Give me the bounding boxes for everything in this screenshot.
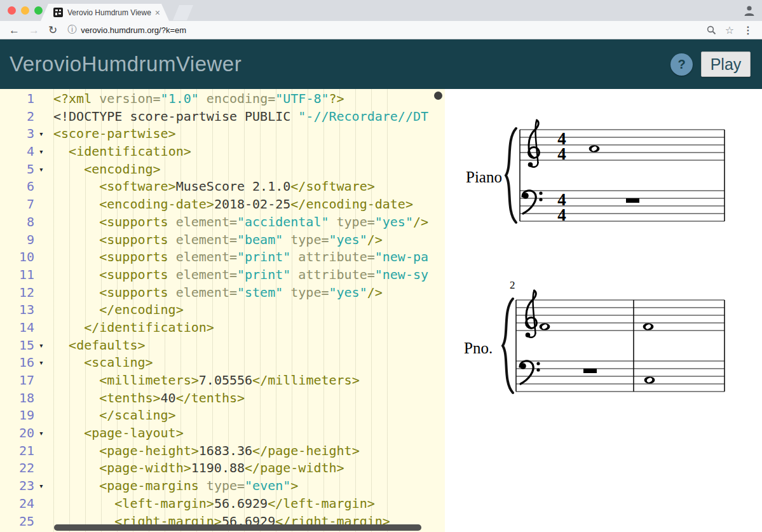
code-editor[interactable]: 1<?xml version="1.0" encoding="UTF-8"?>2… xyxy=(0,89,445,532)
line-number: 3 xyxy=(0,125,37,143)
fold-arrow-icon[interactable]: ▾ xyxy=(37,425,48,442)
bookmark-star-icon[interactable]: ☆ xyxy=(725,24,734,36)
code-line[interactable]: 1<?xml version="1.0" encoding="UTF-8"?> xyxy=(0,90,445,108)
barlines xyxy=(516,300,725,392)
line-number: 12 xyxy=(0,284,37,302)
code-text: <software>MuseScore 2.1.0</software> xyxy=(48,178,375,196)
code-line[interactable]: 9 <supports element="beam" type="yes"/> xyxy=(0,231,445,249)
time-signature-bottom: 4 xyxy=(557,205,566,224)
code-text: <tenths>40</tenths> xyxy=(48,390,245,407)
reload-button[interactable]: ↻ xyxy=(48,25,57,36)
whole-note[interactable] xyxy=(540,323,550,330)
code-line[interactable]: 19 </scaling> xyxy=(0,407,445,425)
line-number: 4 xyxy=(0,143,37,161)
code-text: <supports element="print" attribute="new… xyxy=(48,249,428,266)
code-text: <defaults> xyxy=(48,337,146,355)
code-line[interactable]: 2<!DOCTYPE score-partwise PUBLIC "-//Rec… xyxy=(0,108,445,126)
code-line[interactable]: 24 <left-margin>56.6929</left-margin> xyxy=(0,495,445,513)
code-line[interactable]: 6 <software>MuseScore 2.1.0</software> xyxy=(0,178,445,196)
browser-tabstrip: Verovio Humdrum Viewer × xyxy=(0,0,762,21)
browser-tab[interactable]: Verovio Humdrum Viewer × xyxy=(41,4,169,21)
code-text: <left-margin>56.6929</left-margin> xyxy=(48,495,375,513)
code-line[interactable]: 20▾ <page-layout> xyxy=(0,425,445,442)
code-text: <millimeters>7.05556</millimeters> xyxy=(48,372,360,390)
code-line[interactable]: 13 </encoding> xyxy=(0,301,445,319)
code-line[interactable]: 14 </identification> xyxy=(0,319,445,337)
line-number: 13 xyxy=(0,301,37,319)
page-info-icon[interactable]: ⓘ xyxy=(67,24,76,36)
minimize-window-button[interactable] xyxy=(21,6,29,15)
fold-arrow-icon[interactable]: ▾ xyxy=(37,337,48,355)
code-line[interactable]: 10 <supports element="print" attribute="… xyxy=(0,249,445,266)
code-line[interactable]: 16▾ <scaling> xyxy=(0,354,445,372)
line-number: 5 xyxy=(0,161,37,179)
profile-icon[interactable] xyxy=(743,4,756,17)
close-window-button[interactable] xyxy=(8,6,16,15)
whole-note[interactable] xyxy=(589,145,600,152)
vertical-scrollbar-thumb[interactable] xyxy=(434,92,442,100)
bass-clef-icon xyxy=(520,361,540,384)
horizontal-scrollbar-thumb[interactable] xyxy=(54,524,421,531)
code-text: <page-width>1190.88</page-width> xyxy=(48,460,344,477)
code-line[interactable]: 5▾ <encoding> xyxy=(0,161,445,179)
code-line[interactable]: 18 <tenths>40</tenths> xyxy=(0,390,445,407)
whole-rest[interactable] xyxy=(626,198,639,203)
music-notation: Piano 4 4 4 4 2 Pno. xyxy=(445,89,762,532)
code-text: <score-partwise> xyxy=(48,125,176,143)
line-number: 23 xyxy=(0,477,37,495)
code-line[interactable]: 21 <page-height>1683.36</page-height> xyxy=(0,442,445,460)
app-header: VerovioHumdrumViewer ? Play xyxy=(0,39,762,89)
code-text: <page-margins type="even"> xyxy=(48,477,298,495)
code-line[interactable]: 23▾ <page-margins type="even"> xyxy=(0,477,445,495)
bass-staff-lines xyxy=(516,361,725,392)
treble-staff-lines xyxy=(520,130,725,160)
code-text: <encoding-date>2018-02-25</encoding-date… xyxy=(48,196,413,214)
line-number: 2 xyxy=(0,108,37,126)
browser-menu-icon[interactable]: ⋮ xyxy=(743,24,753,36)
code-line[interactable]: 15▾ <defaults> xyxy=(0,337,445,355)
code-line[interactable]: 7 <encoding-date>2018-02-25</encoding-da… xyxy=(0,196,445,214)
line-number: 11 xyxy=(0,266,37,284)
new-tab-button[interactable] xyxy=(173,5,193,20)
whole-note[interactable] xyxy=(644,376,655,383)
bass-clef-icon xyxy=(522,191,543,214)
fold-arrow-icon[interactable]: ▾ xyxy=(37,354,48,372)
fold-arrow-icon[interactable]: ▾ xyxy=(37,477,48,495)
code-text: <?xml version="1.0" encoding="UTF-8"?> xyxy=(48,90,344,108)
line-number: 22 xyxy=(0,460,37,477)
measure-number: 2 xyxy=(510,279,515,291)
time-signature-bottom: 4 xyxy=(557,144,566,163)
code-line[interactable]: 12 <supports element="stem" type="yes"/> xyxy=(0,284,445,302)
code-line[interactable]: 11 <supports element="print" attribute="… xyxy=(0,266,445,284)
address-bar[interactable]: verovio.humdrum.org/?k=em xyxy=(81,25,706,35)
barlines xyxy=(520,130,725,221)
code-line[interactable]: 4▾ <identification> xyxy=(0,143,445,161)
line-number: 19 xyxy=(0,407,37,425)
code-text: <supports element="stem" type="yes"/> xyxy=(48,284,383,302)
code-line[interactable]: 17 <millimeters>7.05556</millimeters> xyxy=(0,372,445,390)
fold-arrow-icon[interactable]: ▾ xyxy=(37,161,48,179)
back-button[interactable]: ← xyxy=(9,25,20,36)
help-button[interactable]: ? xyxy=(670,53,693,76)
code-text: </encoding> xyxy=(48,301,184,319)
code-text: </scaling> xyxy=(48,407,176,425)
code-line[interactable]: 3▾<score-partwise> xyxy=(0,125,445,143)
main-content: 1<?xml version="1.0" encoding="UTF-8"?>2… xyxy=(0,89,762,532)
code-line[interactable]: 22 <page-width>1190.88</page-width> xyxy=(0,460,445,477)
zoom-window-button[interactable] xyxy=(34,6,43,15)
line-number: 6 xyxy=(0,178,37,196)
staff-label-piano: Piano xyxy=(466,168,502,186)
zoom-icon[interactable] xyxy=(707,25,716,35)
fold-arrow-icon[interactable]: ▾ xyxy=(37,125,48,143)
brace xyxy=(506,128,516,222)
page-title: VerovioHumdrumViewer xyxy=(10,52,242,76)
code-line[interactable]: 8 <supports element="accidental" type="y… xyxy=(0,214,445,231)
tab-close-icon[interactable]: × xyxy=(155,8,160,18)
fold-arrow-icon[interactable]: ▾ xyxy=(37,143,48,161)
play-button[interactable]: Play xyxy=(701,51,751,77)
forward-button[interactable]: → xyxy=(29,25,39,36)
whole-rest[interactable] xyxy=(583,369,597,373)
whole-note[interactable] xyxy=(643,323,654,330)
staff-label-pno: Pno. xyxy=(464,339,493,357)
line-number: 14 xyxy=(0,319,37,337)
